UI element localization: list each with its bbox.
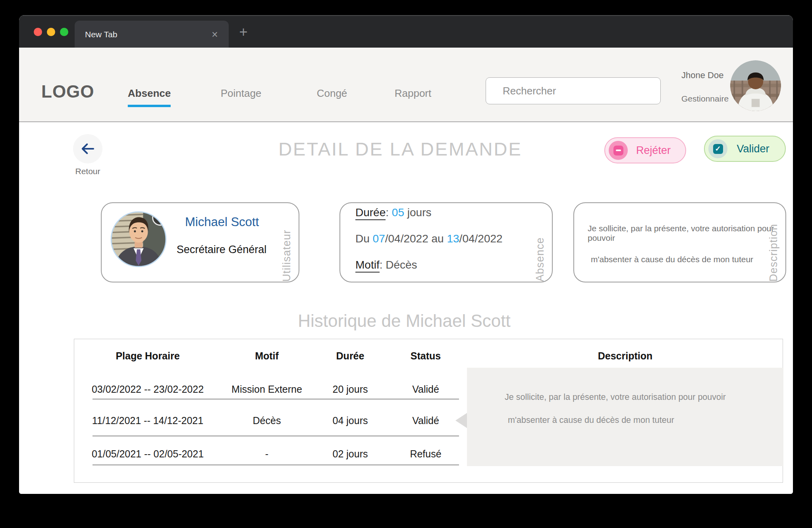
main-content: Retour DETAIL DE LA DEMANDE Rejéter ✓ Va…	[19, 122, 793, 494]
date-range-line: Du 07/04/2022 au 13/04/2022	[355, 232, 503, 245]
user-avatar[interactable]	[730, 60, 781, 111]
cell-motif: -	[221, 448, 312, 460]
absence-card: Durée: 05 jours Du 07/04/2022 au 13/04/2…	[339, 202, 553, 282]
motif-line: Motif: Décès	[355, 259, 503, 271]
description-line-1: Je sollicite, par la présente, votre aut…	[588, 224, 785, 243]
card-tag-description: Description	[768, 203, 780, 282]
user-name: Jhone Doe	[681, 70, 729, 81]
screen-background: New Tab × + LOGO Absence Pointage Congé …	[0, 0, 812, 528]
employee-name: Michael Scott	[168, 215, 276, 229]
table-row[interactable]: 03/02/2022 -- 23/02-2022 Mission Externe…	[74, 384, 463, 395]
col-header-status: Status	[388, 350, 463, 362]
col-header-description: Description	[467, 350, 783, 362]
cell-duree: 04 jours	[312, 415, 388, 426]
browser-window: New Tab × + LOGO Absence Pointage Congé …	[19, 15, 793, 494]
card-tag-absence: Absence	[534, 203, 546, 282]
search-input[interactable]	[486, 77, 661, 104]
history-title: Historique de Michael Scott	[19, 311, 789, 331]
description-card: Je sollicite, par la présente, votre aut…	[573, 202, 786, 282]
row-pointer-arrow-icon	[455, 413, 467, 428]
check-icon: ✓	[708, 139, 727, 158]
reject-button[interactable]: Rejéter	[604, 137, 686, 163]
panel-line-2: m'absenter à cause du décès de mon tuteu…	[508, 415, 783, 425]
cell-status: Validé	[388, 384, 463, 395]
table-row[interactable]: 01/05/2021 -- 02/05-2021 - 02 jours Refu…	[74, 448, 463, 460]
user-role: Gestionnaire	[681, 94, 729, 104]
row-divider	[93, 465, 459, 465]
cell-range: 03/02/2022 -- 23/02-2022	[74, 384, 221, 395]
tab-title: New Tab	[85, 30, 117, 39]
col-header-motif: Motif	[221, 350, 312, 362]
minus-icon	[609, 141, 628, 160]
close-tab-icon[interactable]: ×	[208, 28, 222, 41]
nav-item-pointage[interactable]: Pointage	[221, 87, 262, 100]
cell-status: Refusé	[388, 448, 463, 460]
new-tab-icon[interactable]: +	[235, 23, 251, 42]
validate-label: Valider	[727, 143, 779, 155]
cell-duree: 02 jours	[312, 448, 388, 460]
maximize-traffic-light[interactable]	[60, 28, 68, 36]
history-table: Plage Horaire Motif Durée Status Descrip…	[74, 339, 783, 483]
michael-scott-photo	[110, 211, 167, 267]
app-header: LOGO Absence Pointage Congé Rapport Jhon…	[19, 48, 793, 122]
col-header-plage-horaire: Plage Horaire	[74, 350, 221, 362]
panel-line-1: Je sollicite, par la présente, votre aut…	[505, 392, 783, 402]
duration-line: Durée: 05 jours	[355, 206, 503, 219]
description-panel: Je sollicite, par la présente, votre aut…	[467, 368, 783, 466]
col-header-duree: Durée	[312, 350, 388, 362]
cell-range: 11/12/2021 -- 14/12-2021	[74, 415, 221, 426]
table-header-row: Plage Horaire Motif Durée Status	[74, 350, 463, 362]
back-label: Retour	[63, 167, 113, 176]
table-row[interactable]: 11/12/2021 -- 14/12-2021 Décès 04 jours …	[74, 415, 463, 426]
row-divider	[93, 436, 459, 436]
app-logo: LOGO	[41, 82, 95, 102]
avatar-photo	[730, 60, 781, 111]
row-divider	[93, 399, 459, 399]
browser-chrome: New Tab × +	[19, 15, 793, 48]
cell-range: 01/05/2021 -- 02/05-2021	[74, 448, 221, 460]
nav-item-absence[interactable]: Absence	[128, 87, 171, 107]
employee-role: Secrétaire Général	[162, 244, 281, 256]
user-card: Michael Scott Secrétaire Général Utilisa…	[101, 202, 299, 282]
user-info: Jhone Doe Gestionnaire	[681, 70, 729, 104]
description-line-2: m'absenter à cause du décès de mon tuteu…	[591, 255, 785, 264]
browser-tab[interactable]: New Tab ×	[75, 21, 229, 48]
cell-motif: Mission Externe	[221, 384, 312, 395]
minimize-traffic-light[interactable]	[47, 28, 55, 36]
cell-duree: 20 jours	[312, 384, 388, 395]
close-traffic-light[interactable]	[34, 28, 42, 36]
cell-motif: Décès	[221, 415, 312, 426]
cell-status: Validé	[388, 415, 463, 426]
reject-label: Rejéter	[628, 144, 679, 157]
nav-item-rapport[interactable]: Rapport	[395, 87, 432, 100]
card-tag-utilisateur: Utilisateur	[281, 203, 293, 282]
validate-button[interactable]: ✓ Valider	[704, 136, 786, 162]
nav-item-conge[interactable]: Congé	[317, 87, 347, 100]
